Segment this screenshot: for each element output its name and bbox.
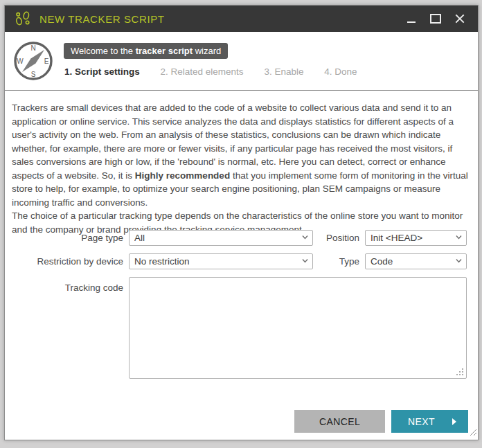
next-button[interactable]: NEXT [391, 410, 468, 433]
type-select-wrap: Code [365, 253, 467, 269]
position-select-wrap: Init <HEAD> [365, 230, 467, 246]
restriction-by-device-label: Restriction by device [5, 253, 123, 269]
tracking-code-label: Tracking code [5, 280, 123, 296]
page-type-select[interactable]: All [129, 230, 313, 246]
minimize-icon [407, 21, 416, 23]
close-button[interactable] [454, 13, 465, 24]
window-controls [406, 13, 470, 24]
window-resize-grip-icon[interactable] [468, 427, 477, 439]
description-text: Trackers are small devices that are adde… [12, 101, 472, 236]
page-type-select-wrap: All [129, 230, 313, 246]
svg-text:N: N [30, 44, 35, 52]
tracking-code-wrap [129, 277, 467, 379]
step-done[interactable]: 4. Done [324, 66, 357, 77]
position-select[interactable]: Init <HEAD> [365, 230, 467, 246]
next-button-label: NEXT [408, 416, 435, 427]
restriction-select-wrap: No restriction [129, 253, 313, 269]
footprints-icon [15, 10, 31, 28]
restriction-by-device-select[interactable]: No restriction [129, 253, 313, 269]
arrow-right-icon [452, 418, 456, 425]
step-script-settings[interactable]: 1. Script settings [64, 66, 140, 77]
maximize-icon [430, 14, 441, 24]
welcome-text-prefix: Welcome to the [71, 46, 136, 56]
header-divider [5, 90, 478, 91]
maximize-button[interactable] [430, 13, 441, 24]
svg-text:E: E [44, 57, 49, 65]
type-label: Type [308, 253, 359, 269]
close-icon [455, 14, 465, 24]
step-related-elements[interactable]: 2. Related elements [161, 66, 244, 77]
page-type-label: Page type [5, 230, 123, 246]
welcome-text-bold: tracker script [136, 46, 193, 56]
window-title: NEW TRACKER SCRIPT [39, 13, 165, 25]
welcome-text-suffix: wizard [193, 46, 221, 56]
cancel-button[interactable]: CANCEL [294, 410, 385, 433]
minimize-button[interactable] [406, 13, 417, 24]
svg-text:S: S [31, 71, 36, 78]
resize-grip-icon[interactable] [462, 374, 463, 375]
type-select[interactable]: Code [365, 253, 467, 269]
position-label: Position [308, 230, 359, 246]
wizard-steps: 1. Script settings 2. Related elements 3… [64, 66, 375, 77]
svg-text:W: W [17, 57, 24, 65]
title-bar: NEW TRACKER SCRIPT [5, 6, 478, 32]
welcome-badge: Welcome to the tracker script wizard [64, 43, 228, 59]
dialog-window: NEW TRACKER SCRIPT N E S W Welcome to th… [4, 5, 479, 440]
tracking-code-textarea[interactable] [129, 277, 467, 379]
compass-icon: N E S W [13, 41, 53, 84]
step-enable[interactable]: 3. Enable [264, 66, 303, 77]
description-p1: Trackers are small devices that are adde… [12, 102, 454, 181]
description-p1-bold: Highly recommended [135, 170, 230, 181]
